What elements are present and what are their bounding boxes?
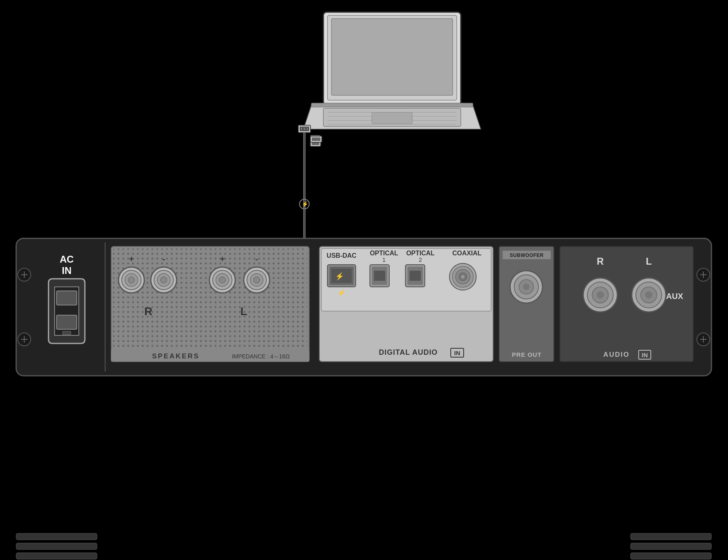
svg-point-107	[597, 291, 604, 299]
svg-rect-9	[372, 112, 412, 124]
svg-point-57	[128, 277, 135, 283]
svg-point-67	[219, 277, 226, 283]
audio-r-label: R	[597, 256, 604, 267]
audio-label: AUDIO	[604, 351, 630, 358]
pre-out-section: SUBWOOFER PRE OUT	[499, 246, 554, 362]
audio-in-section: R L	[560, 246, 693, 362]
speakers-impedance: IMPEDANCE : 4～16Ω	[232, 353, 290, 360]
svg-point-101	[523, 284, 530, 290]
svg-text:-: -	[162, 255, 165, 263]
svg-text:+: +	[220, 255, 225, 263]
speakers-label: SPEAKERS	[152, 352, 200, 360]
amp-rear-panel: AC IN	[16, 238, 711, 376]
svg-rect-88	[409, 271, 421, 281]
svg-rect-115	[16, 533, 97, 540]
digital-audio-section: USB-DAC OPTICAL 1 OPTICAL 2 COAXIAL ⚡	[319, 246, 493, 362]
svg-text:⚡: ⚡	[302, 201, 309, 208]
ac-in-label2: IN	[62, 265, 72, 276]
svg-rect-45	[57, 315, 77, 329]
aux-label: AUX	[666, 292, 684, 301]
svg-rect-120	[631, 553, 711, 559]
svg-rect-116	[16, 543, 97, 549]
svg-rect-10	[311, 103, 473, 107]
svg-rect-49	[113, 248, 307, 349]
audio-in-label: IN	[642, 352, 648, 358]
usb-dac-label: USB-DAC	[327, 252, 357, 259]
subwoofer-label: SUBWOOFER	[510, 253, 544, 258]
svg-rect-85	[374, 271, 385, 281]
svg-rect-119	[631, 543, 711, 549]
laptop-illustration: ⚡	[303, 12, 481, 146]
connection-diagram: ⚡	[0, 0, 728, 560]
svg-rect-103	[560, 246, 693, 362]
svg-text:-: -	[255, 255, 258, 263]
pre-out-label: PRE OUT	[512, 351, 542, 358]
svg-rect-44	[57, 291, 77, 305]
svg-point-112	[645, 291, 652, 299]
svg-text:R: R	[144, 305, 152, 318]
digital-audio-label: DIGITAL AUDIO	[379, 348, 438, 356]
svg-rect-12	[312, 143, 319, 145]
svg-text:+: +	[129, 255, 134, 263]
optical1-label: OPTICAL	[370, 250, 398, 257]
coaxial-label: COAXIAL	[452, 250, 481, 257]
audio-l-label: L	[646, 256, 652, 267]
svg-point-93	[461, 275, 464, 278]
speakers-section: + - + -	[111, 246, 309, 362]
svg-text:L: L	[240, 305, 247, 318]
svg-rect-96	[499, 246, 554, 362]
digital-in-label: IN	[454, 349, 460, 356]
svg-text:⚡: ⚡	[335, 272, 344, 281]
ac-in-label: AC	[60, 254, 74, 265]
svg-rect-3	[331, 19, 453, 95]
svg-point-72	[253, 277, 260, 283]
optical2-sub: 2	[419, 257, 422, 263]
svg-rect-117	[16, 553, 97, 559]
svg-rect-17	[312, 137, 321, 141]
svg-text:⚡: ⚡	[338, 289, 346, 297]
optical1-sub: 1	[382, 257, 386, 263]
optical2-label: OPTICAL	[406, 250, 435, 257]
svg-point-62	[160, 277, 167, 283]
svg-rect-118	[631, 533, 711, 540]
